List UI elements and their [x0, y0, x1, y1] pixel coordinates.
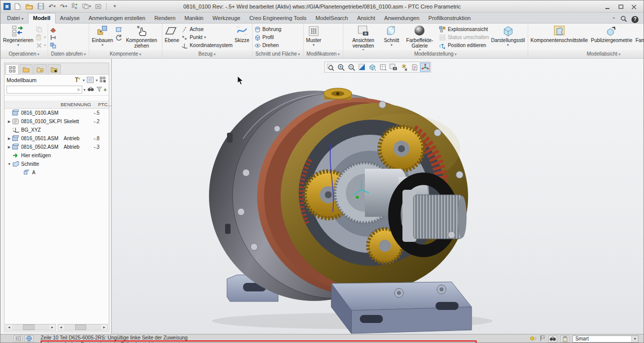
tree-row-csys[interactable]: x BG_XYZ [5, 126, 109, 134]
ebene-button[interactable]: Ebene [164, 24, 180, 44]
filter-caret-icon[interactable]: ▼ [631, 336, 638, 342]
group-label-operationen[interactable]: Operationen [1, 50, 48, 58]
user-defined-feature-button[interactable] [50, 26, 57, 33]
komponentenschnittstelle-button[interactable]: Komponentenschnittstelle [530, 24, 589, 44]
search-model-button[interactable] [548, 335, 557, 342]
display-style-button[interactable] [367, 63, 377, 72]
tree-hscrollbar-left[interactable]: ◄► [6, 324, 56, 330]
muster-button[interactable]: Muster▾ [305, 24, 323, 47]
minimize-ribbon-icon[interactable]: ⌃ [612, 17, 616, 22]
tree-row-insert-here[interactable]: Hier einfügen [5, 151, 109, 160]
window-switch-icon[interactable]: ▾ [82, 3, 91, 11]
regenerate-qat-icon[interactable] [71, 3, 80, 11]
position-editieren-button[interactable]: Position editieren [439, 42, 489, 49]
copy-button[interactable] [36, 26, 46, 33]
tab-analyse[interactable]: Analyse [56, 14, 84, 23]
einbauen-button[interactable]: Einbauen▾ [91, 24, 114, 47]
tree-filters-caret[interactable]: ▾ [83, 78, 85, 83]
tree-hscrollbar-right[interactable]: ◄► [58, 324, 108, 330]
publiziergeometrie-button[interactable]: Publiziergeometrie [590, 24, 633, 44]
close-icon[interactable] [630, 4, 637, 10]
view-manager-button[interactable] [388, 63, 398, 72]
filter-icon[interactable] [96, 87, 102, 93]
group-label-schnitt-flaeche[interactable]: Schnitt und Fläche [253, 50, 303, 58]
gearbox-model[interactable] [112, 59, 644, 335]
col-benennung[interactable]: BENENNUNG [61, 102, 91, 107]
tree-search-input[interactable]: × [7, 86, 82, 94]
connections-tab[interactable] [48, 64, 61, 74]
bohrung-button[interactable]: Bohrung [254, 26, 282, 33]
group-label-modellabsicht[interactable]: Modellabsicht [528, 50, 643, 58]
clear-search-icon[interactable]: × [77, 87, 82, 93]
tree-row-abtrieb[interactable]: ▶ 0816_0502.ASM Abtrieb -.3 [5, 143, 109, 151]
drehen-button[interactable]: Drehen [254, 42, 282, 49]
restore-icon[interactable] [617, 4, 624, 10]
group-label-modelldarstellung[interactable]: Modelldarstellung [343, 50, 528, 58]
group-label-bezug[interactable]: Bezug [162, 50, 252, 58]
tab-modell[interactable]: Modell [28, 13, 56, 24]
ansichten-verwalten-button[interactable]: Ansichten verwalten▾ [345, 24, 382, 52]
minimize-icon[interactable] [604, 4, 611, 10]
achse-button[interactable]: Achse [181, 26, 233, 33]
favorites-tab[interactable] [34, 64, 47, 74]
spin-center-button[interactable] [420, 63, 430, 72]
app-icon[interactable] [4, 3, 11, 10]
close-window-icon[interactable] [94, 3, 103, 11]
tree-filters-icon[interactable] [74, 76, 81, 84]
undo-icon[interactable]: ↶▾ [48, 3, 57, 11]
new-file-icon[interactable] [13, 3, 22, 11]
tree-row-asm-root[interactable]: 0816_0100.ASM -.5 [5, 109, 109, 117]
tree-list-caret[interactable]: ▾ [96, 78, 98, 83]
darstellungsstil-button[interactable]: Darstellungsstil▾ [490, 24, 526, 47]
group-label-daten-abrufen[interactable]: Daten abrufen [48, 50, 89, 58]
group-label-komponente[interactable]: Komponente [89, 50, 161, 58]
selection-filter-dropdown[interactable]: Smart ▼ [572, 335, 638, 342]
refit-button[interactable] [325, 63, 335, 72]
regenerieren-button[interactable]: Regenerieren▾ [2, 24, 35, 47]
tree-row-section-a[interactable]: A [5, 168, 109, 177]
tab-creo-engineering-tools[interactable]: Creo Engineering Tools [245, 14, 311, 23]
tree-list-icon[interactable] [87, 77, 94, 84]
datum-display-filters-button[interactable] [399, 63, 409, 72]
profil-button[interactable]: Profil [254, 34, 282, 41]
group-label-modifikatoren[interactable]: Modifikatoren [304, 50, 343, 58]
tab-modelsearch[interactable]: ModelSearch [311, 14, 353, 23]
toggle-browser-button[interactable] [25, 335, 34, 342]
flag-icon[interactable] [540, 335, 545, 342]
clipboard-button[interactable] [560, 335, 569, 342]
copy-geometry-button[interactable] [50, 42, 57, 49]
saved-orientations-button[interactable] [378, 63, 388, 72]
repeat-button[interactable] [115, 34, 122, 41]
status-umschalten-button[interactable]: Status umschalten [439, 34, 489, 41]
search-options-caret[interactable]: ▾ [84, 88, 86, 92]
model-tree-tab[interactable] [6, 64, 19, 74]
farbeffekte-galerie-button[interactable]: Farbeffekte-Galerie▾ [401, 24, 438, 52]
komponenten-ziehen-button[interactable]: Komponenten ziehen [123, 24, 160, 49]
search-icon[interactable] [620, 16, 627, 23]
tab-manikin[interactable]: Manikin [180, 14, 208, 23]
delete-button[interactable]: ▾ [36, 42, 46, 49]
tree-settings-icon[interactable] [100, 77, 107, 84]
tab-profilkonstruktion[interactable]: Profilkonstruktion [424, 14, 475, 23]
koordinatensystem-button[interactable]: Koordinatensystem [181, 42, 233, 49]
shrinkwrap-button[interactable] [50, 34, 57, 41]
familientabelle-button[interactable]: Familientabelle [634, 24, 643, 44]
save-icon[interactable] [36, 3, 45, 11]
create-component-button[interactable] [115, 26, 122, 33]
skizze-button[interactable]: Skizze [234, 24, 250, 44]
help-icon[interactable]: ? [631, 16, 638, 23]
repaint-button[interactable] [357, 63, 367, 72]
tab-datei[interactable]: Datei ▾ [3, 14, 28, 23]
schnitt-button[interactable]: Schnitt▾ [383, 24, 400, 47]
tab-rendern[interactable]: Rendern [150, 14, 180, 23]
zoom-out-button[interactable] [346, 63, 356, 72]
open-file-icon[interactable] [25, 3, 34, 11]
folder-browser-tab[interactable] [20, 64, 33, 74]
qat-customize-icon[interactable]: ▼ [110, 3, 119, 11]
paste-button[interactable]: ▾ [36, 34, 46, 41]
tree-column-header[interactable]: BENENNUNG PTC... [5, 101, 109, 109]
expand-all-icon[interactable]: + [104, 87, 107, 93]
graphics-area[interactable] [112, 59, 643, 334]
punkt-button[interactable]: Punkt ▾ [181, 34, 233, 41]
redo-icon[interactable]: ↷▾ [59, 3, 68, 11]
